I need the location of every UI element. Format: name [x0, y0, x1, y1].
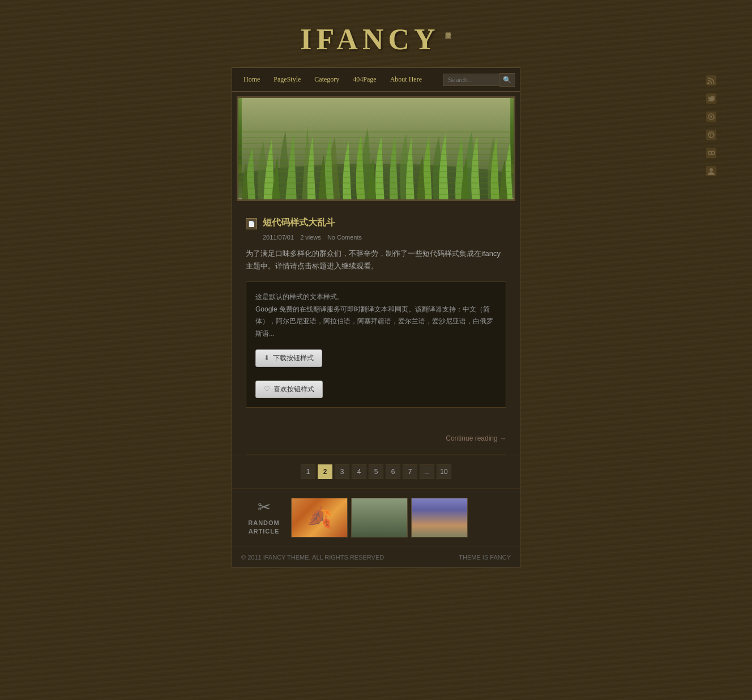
page-btn-5[interactable]: 5 [369, 464, 383, 479]
site-title[interactable]: IFANCY [300, 23, 439, 56]
copyright-bar: © 2011 IFANCY THEME. ALL RIGHTS RESERVED… [232, 547, 520, 567]
rss-icon[interactable] [704, 74, 718, 87]
page-btn-4[interactable]: 4 [352, 464, 366, 479]
random-thumbs [291, 498, 511, 537]
article-section: 📄 短代码样式大乱斗 2011/07/01 2 views No Coments… [232, 206, 520, 428]
page-btn-7[interactable]: 7 [403, 464, 417, 479]
svg-point-4 [707, 82, 710, 84]
logo-area: IFANCY 我爱主题 [300, 23, 452, 56]
article-title[interactable]: 短代码样式大乱斗 [263, 217, 335, 229]
random-label: ✂ RANDOMARTICLE [241, 498, 287, 536]
thumb-person[interactable] [351, 498, 408, 537]
svg-point-8 [710, 116, 712, 118]
footer-random-section: ✂ RANDOMARTICLE [232, 488, 520, 547]
quote-text: 这是默认的样式的文本样式。 Google 免费的在线翻译服务可即时翻译文本和网页… [255, 291, 497, 340]
article-views: 2 views [300, 234, 321, 241]
social-sidebar [704, 74, 718, 178]
search-button[interactable]: 🔍 [499, 73, 515, 87]
svg-point-2 [238, 164, 514, 199]
page-btn-2[interactable]: 2 [318, 464, 332, 479]
person-icon[interactable] [704, 164, 718, 178]
main-container: Home PageStyle Category 404Page About He… [232, 67, 520, 568]
page-btn-3[interactable]: 3 [335, 464, 349, 479]
thumb-autumn[interactable] [291, 498, 348, 537]
hero-image [237, 96, 515, 201]
twitter-icon[interactable] [704, 92, 718, 105]
dribbble-icon[interactable] [704, 128, 718, 142]
page-btn-1[interactable]: 1 [301, 464, 315, 479]
search-area: 🔍 [443, 73, 515, 87]
lastfm-icon[interactable] [704, 146, 718, 160]
article-title-row: 📄 短代码样式大乱斗 [246, 217, 506, 229]
pagination: 1 2 3 4 5 6 7 ... 10 [232, 455, 520, 488]
email-icon[interactable] [704, 110, 718, 123]
copyright-text: © 2011 IFANCY THEME. ALL RIGHTS RESERVED [241, 554, 384, 561]
random-text: RANDOMARTICLE [248, 519, 280, 536]
thumb-street[interactable] [411, 498, 468, 537]
article-date: 2011/07/01 [263, 234, 294, 241]
page-btn-6[interactable]: 6 [386, 464, 400, 479]
article-doc-icon: 📄 [246, 218, 257, 229]
continue-reading-link[interactable]: Continue reading → [446, 434, 506, 442]
quote-line1: 这是默认的样式的文本样式。 [255, 291, 497, 304]
theme-credit: THEME IS FANCY [459, 554, 511, 561]
quote-block: 这是默认的样式的文本样式。 Google 免费的在线翻译服务可即时翻译文本和网页… [246, 281, 506, 407]
random-icon: ✂ [258, 498, 271, 517]
nav-items: Home PageStyle Category 404Page About He… [237, 70, 443, 89]
nav-about[interactable]: About Here [383, 70, 429, 89]
page-btn-10[interactable]: 10 [437, 464, 451, 479]
page-btn-ellipsis: ... [420, 464, 434, 479]
like-button[interactable]: 喜欢按钮样式 [255, 381, 323, 398]
search-input[interactable] [443, 74, 499, 86]
svg-rect-9 [706, 130, 716, 140]
download-button[interactable]: 下载按钮样式 [255, 349, 322, 367]
svg-point-15 [710, 168, 713, 172]
nav-404page[interactable]: 404Page [346, 70, 383, 89]
article-meta: 2011/07/01 2 views No Coments [263, 234, 506, 241]
nav-pagestyle[interactable]: PageStyle [267, 70, 307, 89]
continue-reading-area: Continue reading → [232, 428, 520, 454]
svg-rect-1 [242, 98, 510, 199]
quote-line2: Google 免费的在线翻译服务可即时翻译文本和网页。该翻译器支持：中文（简体）… [255, 304, 497, 340]
nav-home[interactable]: Home [237, 70, 267, 89]
navigation: Home PageStyle Category 404Page About He… [232, 68, 520, 92]
nav-category[interactable]: Category [307, 70, 346, 89]
article-comments: No Coments [327, 234, 362, 241]
hero-svg [238, 98, 514, 199]
article-excerpt: 为了满足口味多样化的群众们，不辞辛劳，制作了一些短代码样式集成在ifancy主题… [246, 247, 506, 272]
